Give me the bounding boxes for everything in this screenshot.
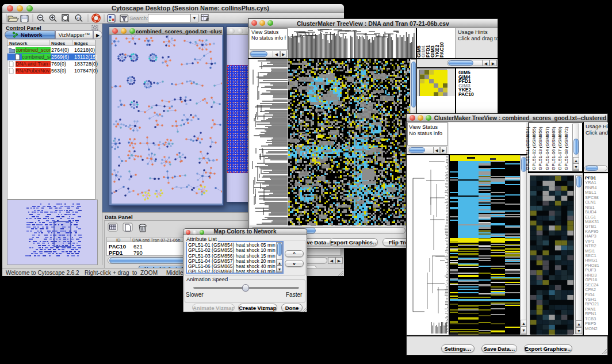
svg-text:1:1: 1:1 [76, 16, 81, 20]
